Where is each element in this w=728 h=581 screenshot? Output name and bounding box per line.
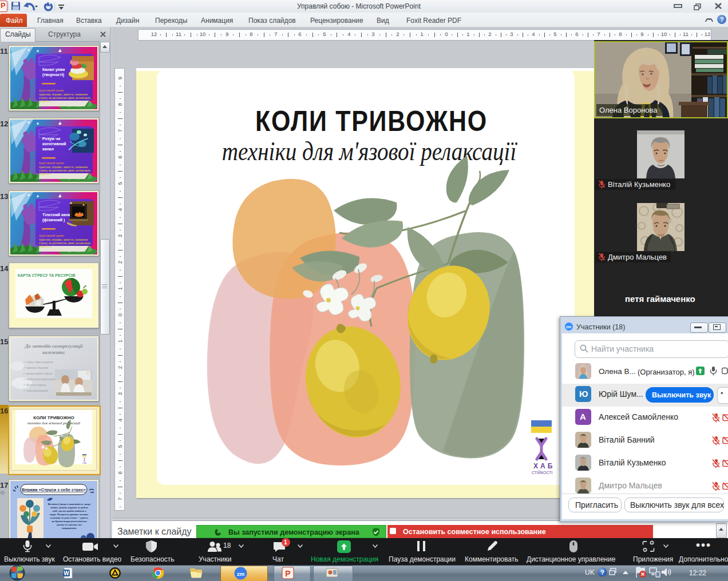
svg-text:P: P [285,569,290,578]
svg-text:✓ фізичні вправи: ✓ фізичні вправи [23,383,46,387]
svg-text:Встаньте (якщо є можливість, я: Встаньте (якщо є можливість, якщо [48,503,90,506]
svg-text:головою та усім тілом — уявіть: головою та усім тілом — уявіть, [50,516,89,519]
svg-text:✓ релаксаційні вправи: ✓ релаксаційні вправи [23,372,53,375]
svg-text:техніки для м'язової релаксаці: техніки для м'язової релаксації [27,421,81,425]
svg-text:(фізичний ): (фізичний ) [42,218,65,222]
svg-text:когнітивний: когнітивний [42,142,66,146]
svg-text:СТІЙКОСТІ: СТІЙКОСТІ [532,470,553,475]
svg-text:До методів саморегуляції: До методів саморегуляції [24,343,83,349]
svg-text:Адаптивний прояв:: Адаптивний прояв: [39,234,64,237]
svg-text:zm: zm [237,571,244,577]
svg-text:Вправа «Струси з себе стрес»: Вправа «Струси з себе стрес» [22,487,86,492]
svg-text:Тілесний канал: Тілесний канал [42,213,73,217]
svg-text:✓ сміхо-/Арт-терапія: ✓ сміхо-/Арт-терапія [23,360,53,364]
svg-text:Х А Б: Х А Б [82,462,86,464]
svg-text:немає, можна сидячи) та уявіть: немає, можна сидячи) та уявіть [50,506,88,509]
svg-text:(творчості): (творчості) [42,73,64,77]
svg-text:✓ медитації/міркування: ✓ медитації/міркування [23,377,56,381]
svg-text:належать:: належать: [42,350,65,355]
svg-text:напруження.: напруження. [62,527,77,530]
svg-text:разом зі стресом, всі: разом зі стресом, всі [57,523,82,526]
svg-text:води. Потрусіть руками, ногами: води. Потрусіть руками, ногами, [50,513,88,516]
svg-text:КОЛИ ТРИВОЖНО: КОЛИ ТРИВОЖНО [33,415,74,420]
svg-text:?: ? [600,569,604,576]
svg-text:Канал уяви: Канал уяви [42,67,65,72]
svg-text:творчість.: творчість. [39,245,52,248]
svg-text:ХАБ: ХАБ [533,462,555,470]
svg-text:W: W [64,570,69,576]
svg-text:як бризки води розлітаються: як бризки води розлітаються [52,520,87,523]
svg-text:творчість.: творчість. [39,172,52,176]
svg-text:собі, що ви щойно вийшли з: собі, що ви щойно вийшли з [52,510,86,512]
svg-text:✓ самонавіювання: ✓ самонавіювання [23,389,48,392]
svg-text:КАРТА СТРЕСУ ТА РЕСУРСІВ: КАРТА СТРЕСУ ТА РЕСУРСІВ [18,273,76,277]
svg-text:канал: канал [42,147,54,151]
svg-text:Розум чи: Розум чи [42,137,60,141]
svg-text:творчість.: творчість. [39,100,52,103]
svg-text:✓ техніки дихання: ✓ техніки дихання [23,366,49,369]
svg-text:Адаптивний прояв:: Адаптивний прояв: [39,161,64,165]
svg-text:Адаптивний прояв:: Адаптивний прояв: [39,89,64,92]
